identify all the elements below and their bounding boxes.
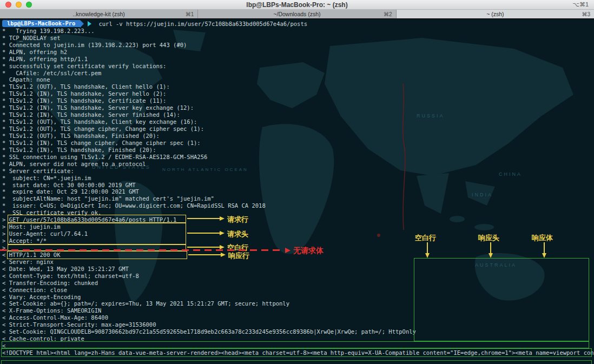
- terminal-line: > GET /user/57c108b8a633bd005d67e4a6/pos…: [2, 216, 594, 223]
- terminal-output: lbp@LBPs-MacBook-Pro curl -v https://jue…: [2, 20, 594, 356]
- terminal-line: * successfully set certificate verify lo…: [2, 63, 594, 70]
- terminal-line: * Trying 139.198.2.223...: [2, 28, 594, 35]
- window-shortcut: ⌥⌘1: [572, 1, 589, 8]
- terminal-screen[interactable]: RUSSIA CHINA INDIA AUSTRALIA UNITED STAT…: [0, 19, 594, 364]
- terminal-line: * ALPN, offering http/1.1: [2, 56, 594, 63]
- terminal-line: < Server: nginx: [2, 259, 594, 266]
- terminal-line: * subjectAltName: host "juejin.im" match…: [2, 195, 594, 202]
- tab-bar: ..knowledge-kit (zsh) ⌘1 ~/Downloads (zs…: [0, 10, 594, 18]
- tab-shortcut: ⌘1: [186, 11, 194, 17]
- terminal-line: * TLSv1.2 (IN), TLS handshake, Finished …: [2, 147, 594, 154]
- close-button[interactable]: [5, 2, 11, 8]
- terminal-line: * SSL certificate verify ok.: [2, 209, 594, 216]
- terminal-line: * TLSv1.2 (OUT), TLS handshake, Client k…: [2, 118, 594, 125]
- tab-label: ~/Downloads (zsh): [198, 11, 395, 17]
- terminal-line: < Set-Cookie: ab={}; path=/; expires=Thu…: [2, 300, 594, 307]
- zoom-button[interactable]: [26, 2, 32, 8]
- terminal-line: > User-Agent: curl/7.64.1: [2, 230, 594, 237]
- tab-shortcut: ⌘3: [582, 11, 590, 17]
- terminal-line: < Content-Type: text/html; charset=utf-8: [2, 273, 594, 280]
- tab-shortcut: ⌘2: [384, 11, 392, 17]
- tab-downloads[interactable]: ~/Downloads (zsh) ⌘2: [198, 10, 396, 18]
- tab-knowledge-kit[interactable]: ..knowledge-kit (zsh) ⌘1: [0, 10, 198, 18]
- terminal-line: < Strict-Transport-Security: max-age=315…: [2, 321, 594, 328]
- minimize-button[interactable]: [16, 2, 22, 8]
- terminal-line: < Transfer-Encoding: chunked: [2, 280, 594, 287]
- terminal-line: * ALPN, offering h2: [2, 49, 594, 56]
- terminal-line: < HTTP/1.1 200 OK: [2, 252, 594, 259]
- terminal-line: * issuer: C=US; O=DigiCert Inc; OU=www.d…: [2, 202, 594, 209]
- terminal-line: < Access-Control-Max-Age: 86400: [2, 314, 594, 321]
- terminal-line: * subject: CN=*.juejin.im: [2, 175, 594, 182]
- terminal-line: * TCP_NODELAY set: [2, 35, 594, 42]
- terminal-line: < Set-Cookie: QINGCLOUDELB=908730662bd97…: [2, 328, 594, 335]
- terminal-line: * ALPN, server did not agree to a protoc…: [2, 161, 594, 168]
- terminal-line: * start date: Oct 30 00:00:00 2019 GMT: [2, 182, 594, 189]
- terminal-line: * TLSv1.2 (IN), TLS handshake, Server fi…: [2, 111, 594, 118]
- terminal-line: * TLSv1.2 (IN), TLS handshake, Server he…: [2, 90, 594, 97]
- shell-prompt-row: lbp@LBPs-MacBook-Pro curl -v https://jue…: [2, 20, 594, 28]
- terminal-line: * TLSv1.2 (IN), TLS handshake, Server ke…: [2, 104, 594, 111]
- terminal-line: * Connected to juejin.im (139.198.2.223)…: [2, 42, 594, 49]
- terminal-line: <!DOCTYPE html><html lang=zh-Hans data-v…: [2, 349, 594, 356]
- prompt-powerline-arrow-icon: [80, 20, 84, 28]
- tab-home[interactable]: ~ (zsh) ⌘3: [397, 10, 594, 18]
- prompt-host-pill: lbp@LBPs-MacBook-Pro: [2, 20, 80, 27]
- terminal-line: * Server certificate:: [2, 168, 594, 175]
- terminal-line: * TLSv1.2 (OUT), TLS handshake, Client h…: [2, 83, 594, 90]
- terminal-line: CApath: none: [2, 76, 594, 83]
- terminal-window: lbp@LBPs-MacBook-Pro: ~ (zsh) ⌥⌘1 ..know…: [0, 0, 594, 364]
- terminal-line: * TLSv1.2 (IN), TLS change cipher, Chang…: [2, 140, 594, 147]
- tab-label: ..knowledge-kit (zsh): [0, 11, 197, 17]
- terminal-line: < Vary: Accept-Encoding: [2, 294, 594, 301]
- terminal-line: > Host: juejin.im: [2, 223, 594, 230]
- window-title: lbp@LBPs-MacBook-Pro: ~ (zsh): [0, 1, 594, 9]
- terminal-line: * SSL connection using TLSv1.2 / ECDHE-R…: [2, 154, 594, 161]
- terminal-line: * TLSv1.2 (OUT), TLS change cipher, Chan…: [2, 125, 594, 133]
- prompt-chevron-icon: [88, 21, 91, 27]
- terminal-line: < Date: Wed, 13 May 2020 15:21:27 GMT: [2, 266, 594, 273]
- terminal-line: > Accept: */*: [2, 237, 594, 244]
- terminal-line: < Connection: close: [2, 287, 594, 294]
- command-text: curl -v https://juejin.im/user/57c108b8a…: [98, 21, 307, 27]
- titlebar[interactable]: lbp@LBPs-MacBook-Pro: ~ (zsh) ⌥⌘1: [0, 0, 594, 10]
- terminal-line: <: [2, 342, 594, 349]
- terminal-line: >: [2, 244, 594, 252]
- terminal-line: < Cache-control: private: [2, 335, 594, 342]
- terminal-line: * expire date: Oct 29 12:00:00 2021 GMT: [2, 188, 594, 195]
- tab-label: ~ (zsh): [397, 11, 594, 17]
- terminal-line: * CAfile: /etc/ssl/cert.pem: [2, 70, 594, 77]
- terminal-line: * TLSv1.2 (IN), TLS handshake, Certifica…: [2, 97, 594, 104]
- terminal-lines: * Trying 139.198.2.223...* TCP_NODELAY s…: [2, 28, 594, 356]
- terminal-line: * TLSv1.2 (OUT), TLS handshake, Finished…: [2, 133, 594, 140]
- traffic-lights: [5, 2, 32, 8]
- terminal-line: < X-Frame-Options: SAMEORIGIN: [2, 307, 594, 314]
